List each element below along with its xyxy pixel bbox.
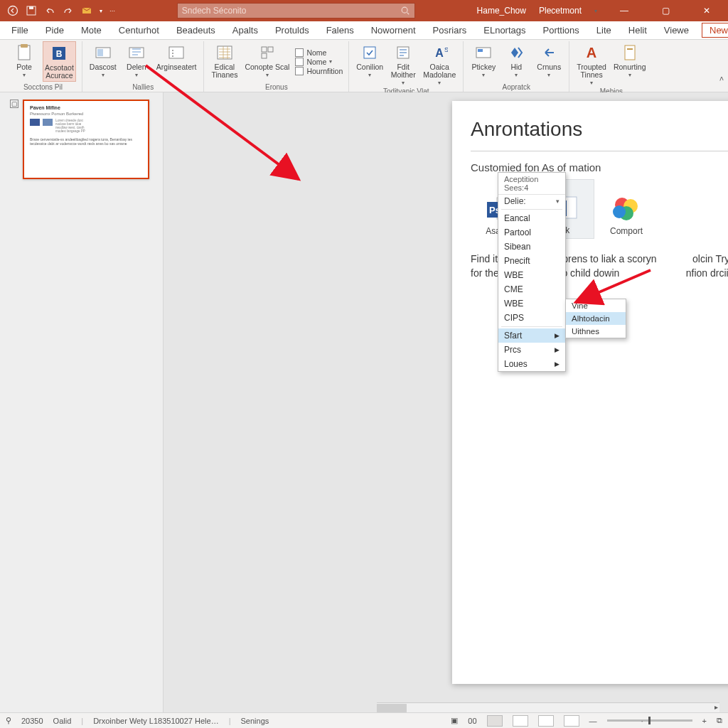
tab-apalts[interactable]: Apalts [225, 23, 265, 38]
svg-rect-16 [262, 47, 267, 52]
titlebar: ▾ ⋯ Sndech Séconito Hame_Chow Plecetmont… [0, 0, 728, 21]
acsotaot-button[interactable]: B AcsotaotAcurace [43, 41, 76, 82]
new-button[interactable]: New [702, 23, 728, 38]
conopte-button[interactable]: Conopte Scal▾ [243, 41, 291, 82]
qat-more-icon[interactable]: ▾ [100, 8, 102, 14]
tab-helit[interactable]: Helit [621, 23, 654, 38]
ctx-item[interactable]: Partool [498, 225, 565, 240]
crnuns-button[interactable]: Crnuns▾ [535, 41, 563, 82]
status-zoompct-icon: ⚲ [6, 716, 11, 725]
tab-centurhot[interactable]: Centurhot [112, 23, 166, 38]
status-left1: 20350 [21, 717, 43, 725]
ctx-item[interactable]: Sibean [498, 240, 565, 254]
svg-rect-17 [268, 47, 273, 52]
placement-label[interactable]: Plecetmont [539, 6, 582, 16]
tab-pide[interactable]: Pide [38, 23, 71, 38]
svg-rect-19 [364, 47, 375, 58]
status-left4[interactable]: Senings [241, 717, 269, 725]
conilion-button[interactable]: Conilion▾ [355, 41, 385, 86]
minimize-button[interactable]: — [610, 0, 638, 21]
tab-posriars[interactable]: Posriars [426, 23, 474, 38]
arginseatert-button[interactable]: Arginseatert [155, 41, 198, 82]
svg-text:A: A [435, 47, 444, 59]
maximize-button[interactable]: ▢ [651, 0, 680, 21]
troupted-button[interactable]: ATrouptedTinnes▾ [575, 41, 608, 86]
qat-overflow-icon[interactable]: ⋯ [109, 8, 115, 14]
slide-thumbnails: ▢ Paven Mifine Piwessonx Porson Borkered… [0, 92, 164, 712]
svg-point-13 [172, 53, 173, 54]
tab-elnortags[interactable]: ELnortags [476, 23, 532, 38]
redo-icon[interactable] [63, 5, 74, 16]
canvas-area[interactable]: Anrontations Customied fon As of mation … [164, 92, 728, 712]
view-normal-button[interactable] [487, 715, 503, 727]
view-slideshow-button[interactable] [564, 715, 579, 727]
card-comport[interactable]: Comport [596, 179, 657, 239]
svg-text:B: B [56, 49, 63, 59]
back-icon[interactable] [7, 5, 18, 16]
undo-icon[interactable] [44, 5, 55, 16]
page-title: Anrontations [471, 118, 728, 141]
svg-rect-18 [262, 53, 267, 58]
ctx-item[interactable]: CIPS [498, 311, 565, 325]
edical-button[interactable]: EdicalTinanes [210, 41, 239, 82]
delen-button[interactable]: Delen▾ [122, 41, 151, 82]
name-stack: Nome Nome ▾ Hournfition [295, 41, 343, 82]
ctx-item[interactable]: Pnecift [498, 254, 565, 268]
status-bar: ⚲ 20350 Oalid | Drxoinber Wety L18351002… [0, 712, 728, 728]
group-label: Socctons Pil [10, 82, 76, 92]
svg-rect-5 [21, 44, 28, 48]
svg-rect-15 [218, 46, 232, 59]
hid-button[interactable]: Hid▾ [502, 41, 530, 82]
ctx-item[interactable]: Eancal [498, 211, 565, 225]
fit-icon[interactable]: ⧉ [717, 716, 722, 725]
tab-file[interactable]: Fille [4, 23, 36, 38]
fdit-button[interactable]: FditMoither▾ [389, 41, 417, 86]
tab-mote[interactable]: Mote [74, 23, 109, 38]
group-label: Eronus [210, 82, 343, 92]
oaica-button[interactable]: ASOaicaMadolane▾ [422, 41, 457, 86]
slide-thumbnail-1[interactable]: Paven Mifine Piwessonx Porson Borkered L… [23, 100, 149, 179]
zoom-slider[interactable]: · [607, 719, 692, 722]
ribbon-display-icon[interactable]: ▾ [594, 8, 597, 14]
page: Anrontations Customied fon As of mation … [452, 101, 728, 684]
thumb-index-icon[interactable]: ▢ [10, 100, 18, 108]
collapse-ribbon-icon[interactable]: ʌ [719, 74, 724, 82]
ctx-item[interactable]: WBE [498, 296, 565, 311]
page-number: 00 [468, 717, 476, 725]
mail-icon[interactable] [81, 5, 92, 16]
workspace: ▢ Paven Mifine Piwessonx Porson Borkered… [0, 92, 728, 712]
zoom-in-icon[interactable]: + [702, 717, 707, 725]
ribbon: Pote ▾ B AcsotaotAcurace Socctons Pil Da… [0, 40, 728, 92]
search-box[interactable]: Sndech Séconito [177, 3, 415, 18]
view-reading-button[interactable] [538, 715, 554, 727]
ptickey-button[interactable]: Ptickey▾ [469, 41, 498, 82]
ronurting-button[interactable]: Ronurting▾ [612, 41, 648, 86]
tab-beadeuts[interactable]: Beadeuts [169, 23, 223, 38]
dascost-button[interactable]: Dascost▾ [88, 41, 118, 82]
view-sorter-button[interactable] [513, 715, 528, 727]
ctx-item-sfart[interactable]: Sfart▶ [498, 328, 565, 343]
tab-nowornent[interactable]: Nowornent [364, 23, 423, 38]
account-name[interactable]: Hame_Chow [477, 6, 526, 16]
ctx-delie[interactable]: Delie:▾ [498, 195, 565, 208]
ctx-item[interactable]: WBE [498, 268, 565, 282]
zoom-out-icon[interactable]: — [589, 717, 597, 725]
tab-protulds[interactable]: Protulds [268, 23, 316, 38]
group-label: Nallies [88, 82, 198, 92]
svg-point-0 [9, 6, 18, 16]
ctx-item[interactable]: CME [498, 282, 565, 296]
sub-item[interactable]: Alhtodacin [566, 312, 626, 325]
tab-lite[interactable]: Lite [589, 23, 619, 38]
tab-porttions[interactable]: Porttions [536, 23, 587, 38]
tab-falens[interactable]: Falens [319, 23, 361, 38]
sub-item[interactable]: Vine [566, 299, 626, 312]
ctx-item-loues[interactable]: Loues▶ [498, 357, 565, 371]
pote-button[interactable]: Pote ▾ [10, 41, 38, 82]
sub-item[interactable]: Uithnes [566, 325, 626, 338]
horizontal-scrollbar[interactable]: ▸ [377, 702, 719, 712]
svg-rect-24 [478, 49, 483, 52]
close-button[interactable]: ✕ [692, 0, 721, 21]
save-icon[interactable] [26, 5, 37, 16]
ctx-item-prcs[interactable]: Prcs▶ [498, 343, 565, 357]
tab-viewe[interactable]: Viewe [657, 23, 696, 38]
